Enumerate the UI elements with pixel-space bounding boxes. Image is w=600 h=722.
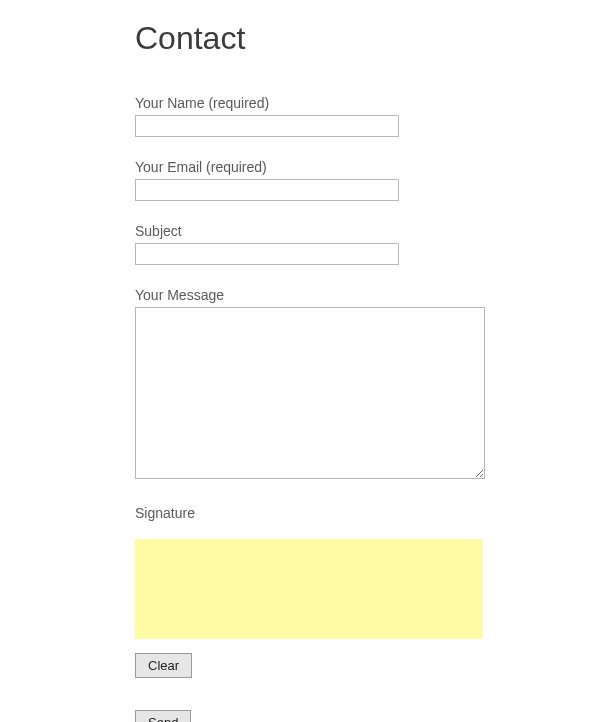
name-field-group: Your Name (required) [135, 95, 600, 137]
signature-pad[interactable] [135, 539, 483, 639]
email-field-group: Your Email (required) [135, 159, 600, 201]
clear-button[interactable]: Clear [135, 653, 192, 678]
subject-input[interactable] [135, 243, 399, 265]
send-button[interactable]: Send [135, 710, 191, 722]
name-label: Your Name (required) [135, 95, 600, 111]
name-input[interactable] [135, 115, 399, 137]
email-label: Your Email (required) [135, 159, 600, 175]
message-textarea[interactable] [135, 307, 485, 479]
page-title: Contact [135, 20, 600, 57]
subject-field-group: Subject [135, 223, 600, 265]
signature-field-group: Signature Clear [135, 505, 600, 696]
message-field-group: Your Message [135, 287, 600, 483]
signature-label: Signature [135, 505, 600, 521]
submit-row: Send [135, 710, 600, 722]
contact-form-container: Contact Your Name (required) Your Email … [0, 0, 600, 722]
email-input[interactable] [135, 179, 399, 201]
subject-label: Subject [135, 223, 600, 239]
message-label: Your Message [135, 287, 600, 303]
